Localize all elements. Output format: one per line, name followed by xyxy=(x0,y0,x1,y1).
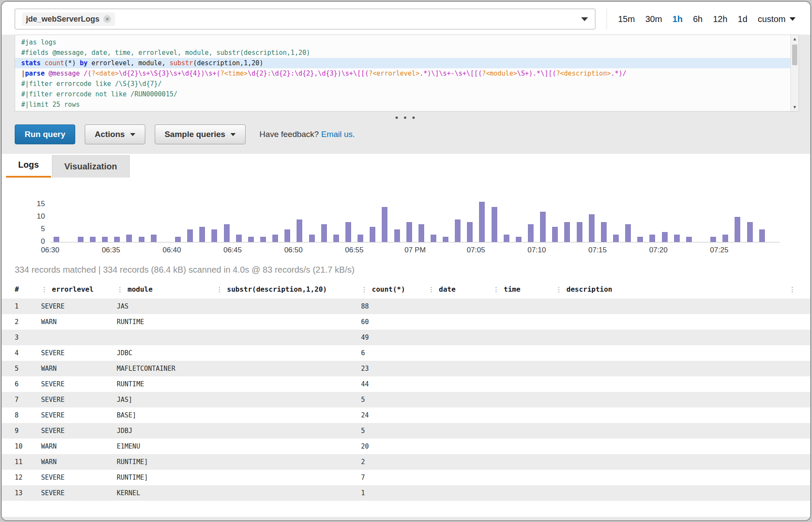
histogram-bar[interactable] xyxy=(516,237,521,242)
histogram-bar[interactable] xyxy=(747,222,753,242)
time-range-custom[interactable]: custom xyxy=(758,14,796,24)
query-line[interactable]: stats count(*) by errorlevel, module, su… xyxy=(15,58,799,68)
histogram-bar[interactable] xyxy=(528,224,534,242)
table-row[interactable]: 4SEVEREJDBC6 xyxy=(2,345,810,361)
actions-dropdown-button[interactable]: Actions xyxy=(85,124,145,144)
column-header-description[interactable]: ⋮description xyxy=(553,279,786,299)
tab-logs[interactable]: Logs xyxy=(6,154,51,178)
column-menu-icon[interactable]: ⋮ xyxy=(361,286,368,293)
histogram-bar[interactable] xyxy=(540,212,546,242)
histogram-bar[interactable] xyxy=(601,222,607,242)
query-line[interactable]: #jas logs xyxy=(21,37,786,48)
histogram-bar[interactable] xyxy=(552,227,558,242)
time-range-15m[interactable]: 15m xyxy=(618,14,635,24)
histogram-bar[interactable] xyxy=(114,237,120,242)
query-line[interactable]: #|filter @logStream like /JDEDATPTi-0348… xyxy=(21,110,786,111)
run-query-button[interactable]: Run query xyxy=(15,124,75,144)
column-menu-icon[interactable]: ⋮ xyxy=(556,286,562,293)
histogram-bar[interactable] xyxy=(224,224,230,242)
histogram-bar[interactable] xyxy=(333,235,339,242)
table-row[interactable]: 10WARNE1MENU20 xyxy=(2,439,810,454)
histogram-bar[interactable] xyxy=(564,222,570,242)
histogram-bar[interactable] xyxy=(151,235,157,242)
email-us-link[interactable]: Email us. xyxy=(321,130,355,139)
query-line[interactable]: |parse @message /(?<date>\d{2}\s+\S{3}\s… xyxy=(21,68,786,79)
histogram-bar[interactable] xyxy=(345,222,351,242)
histogram-bar[interactable] xyxy=(637,237,643,242)
column-menu-icon[interactable]: ⋮ xyxy=(216,286,223,293)
histogram-bar[interactable] xyxy=(260,237,266,242)
column-menu-icon[interactable]: ⋮ xyxy=(493,286,499,293)
table-row[interactable]: 7SEVEREJAS]5 xyxy=(2,392,810,407)
chevron-down-icon[interactable] xyxy=(581,17,588,21)
histogram-bar[interactable] xyxy=(662,232,668,242)
histogram-bar[interactable] xyxy=(187,229,193,242)
histogram-bar[interactable] xyxy=(406,222,412,242)
table-row[interactable]: 12SEVERERUNTIME]7 xyxy=(2,470,810,485)
histogram-bar[interactable] xyxy=(625,224,631,242)
histogram-bar[interactable] xyxy=(272,235,278,242)
column-header-num[interactable]: # xyxy=(2,279,38,299)
histogram-bar[interactable] xyxy=(492,207,497,242)
time-range-1d[interactable]: 1d xyxy=(738,14,747,24)
histogram-bar[interactable] xyxy=(589,214,595,242)
time-range-6h[interactable]: 6h xyxy=(693,14,703,24)
table-settings-icon[interactable]: ⋮ xyxy=(789,286,796,293)
scroll-down-icon[interactable]: ▼ xyxy=(791,103,799,111)
histogram-bar[interactable] xyxy=(722,235,728,242)
log-group-selector[interactable]: jde_webServerLogs ✕ xyxy=(15,9,595,29)
table-row[interactable]: 2WARNRUNTIME60 xyxy=(2,314,810,330)
scrollbar-thumb[interactable] xyxy=(792,45,797,65)
histogram-bar[interactable] xyxy=(175,237,181,242)
table-row[interactable]: 1SEVEREJAS88 xyxy=(2,299,810,314)
histogram-bar[interactable] xyxy=(285,229,290,242)
histogram-bar[interactable] xyxy=(370,227,375,242)
histogram-bar[interactable] xyxy=(613,235,619,242)
table-row[interactable]: 349 xyxy=(2,330,810,345)
histogram-bar[interactable] xyxy=(297,220,302,242)
histogram-bar[interactable] xyxy=(735,217,740,242)
table-row[interactable]: 8SEVEREBASE]24 xyxy=(2,407,810,423)
column-header-time[interactable]: ⋮time xyxy=(490,279,553,299)
histogram-bar[interactable] xyxy=(710,237,716,242)
histogram-bar[interactable] xyxy=(358,235,363,242)
histogram-bar[interactable] xyxy=(382,207,387,242)
column-menu-icon[interactable]: ⋮ xyxy=(117,286,123,293)
histogram-bar[interactable] xyxy=(102,237,108,242)
column-menu-icon[interactable]: ⋮ xyxy=(428,286,435,293)
remove-log-group-icon[interactable]: ✕ xyxy=(103,15,111,23)
query-line[interactable]: #|limit 25 rows xyxy=(21,99,786,110)
column-header-substr-description-1-20-[interactable]: ⋮substr(description,1,20) xyxy=(214,279,358,299)
time-range-12h[interactable]: 12h xyxy=(713,14,727,24)
table-row[interactable]: 9SEVEREJDBJ5 xyxy=(2,423,810,439)
histogram-bar[interactable] xyxy=(211,229,217,242)
histogram-bar[interactable] xyxy=(126,235,132,242)
histogram-bar[interactable] xyxy=(431,235,436,242)
histogram-bar[interactable] xyxy=(467,222,473,242)
sample-queries-button[interactable]: Sample queries xyxy=(155,124,246,144)
histogram-bar[interactable] xyxy=(394,229,400,242)
histogram-bar[interactable] xyxy=(248,237,254,242)
table-row[interactable]: 13SEVEREKERNEL1 xyxy=(2,485,810,501)
scroll-up-icon[interactable]: ▲ xyxy=(791,35,799,43)
column-header-date[interactable]: ⋮date xyxy=(425,279,490,299)
histogram-bar[interactable] xyxy=(674,235,680,242)
query-line[interactable]: #fields @message, date, time, errorlevel… xyxy=(21,48,786,58)
column-header-count-[interactable]: ⋮count(*) xyxy=(358,279,425,299)
histogram-bar[interactable] xyxy=(759,229,765,242)
histogram-bar[interactable] xyxy=(419,224,424,242)
histogram-bar[interactable] xyxy=(78,237,83,242)
table-row[interactable]: 11WARNRUNTIME]2 xyxy=(2,454,810,470)
histogram-bar[interactable] xyxy=(455,220,460,242)
histogram-bar[interactable] xyxy=(90,237,96,242)
query-line[interactable]: #|filter errorcode not like /RUN0000015/ xyxy=(21,89,786,99)
time-range-30m[interactable]: 30m xyxy=(645,14,662,24)
column-header-errorlevel[interactable]: ⋮errorlevel xyxy=(38,279,114,299)
query-editor[interactable]: #jas logs#fields @message, date, time, e… xyxy=(15,35,799,111)
histogram-bar[interactable] xyxy=(139,237,144,242)
histogram-bar[interactable] xyxy=(54,237,59,242)
histogram-bar[interactable] xyxy=(309,235,315,242)
histogram-bar[interactable] xyxy=(443,237,448,242)
resize-handle[interactable]: ● ● ● xyxy=(395,114,417,121)
query-line[interactable]: #|filter errorcode like /\S{3}\d{7}/ xyxy=(21,79,786,89)
